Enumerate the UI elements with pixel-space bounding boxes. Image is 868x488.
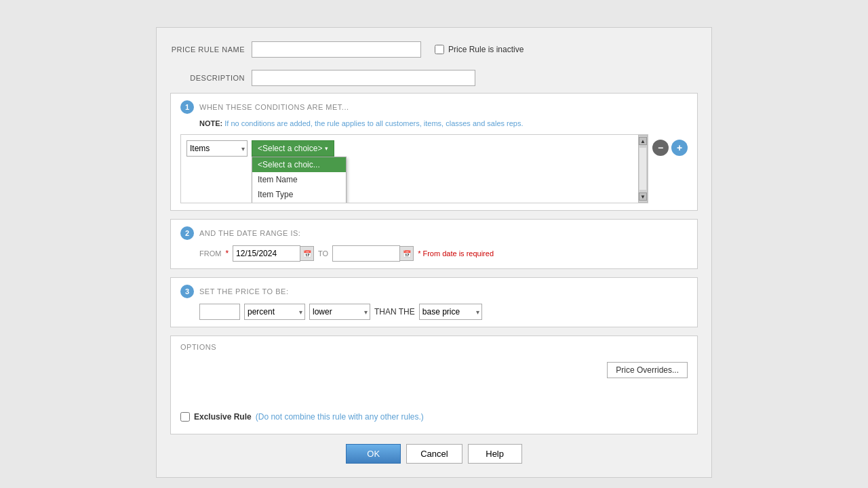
section1: 1 WHEN THESE CONDITIONS ARE MET... NOTE:… [170,93,698,211]
conditions-content: Items Customers Classes Sales Reps <Sele… [181,135,638,203]
dropdown-item-0[interactable]: <Select a choic... [252,157,346,172]
to-label: TO [318,249,328,258]
options-inner: Price Overrides... Exclusive Rule (Do no… [180,357,688,427]
section1-note: NOTE: If no conditions are added, the ru… [180,119,688,127]
select-choice-btn[interactable]: <Select a choice> ▾ [252,140,334,157]
note-body: If no conditions are added, the rule app… [224,119,523,127]
price-value-input[interactable] [199,304,240,320]
exclusive-rule-label: Exclusive Rule [194,412,252,422]
items-dropdown-wrap[interactable]: Items Customers Classes Sales Reps [186,140,248,157]
price-rule-name-input[interactable] [252,41,421,58]
base-price-dropdown-wrap[interactable]: base price current price [419,304,482,320]
price-rule-name-label: PRICE RULE NAME [170,45,252,54]
from-date-error: * From date is required [418,249,494,258]
section2: 2 AND THE DATE RANGE IS: FROM * 📅 TO 📅 *… [170,219,698,269]
section3-header: 3 SET THE PRICE TO BE: [180,285,688,298]
help-button[interactable]: Help [468,444,522,464]
exclusive-rule-desc: (Do not combine this rule with any other… [256,412,424,422]
items-dropdown[interactable]: Items Customers Classes Sales Reps [186,140,248,157]
ok-label: OK [367,449,380,459]
section3: 3 SET THE PRICE TO BE: percent amount lo… [170,277,698,327]
section1-header: 1 WHEN THESE CONDITIONS ARE MET... [180,100,688,114]
scroll-thumb [639,148,646,190]
scroll-up-arrow[interactable]: ▲ [639,137,647,145]
percent-dropdown-wrap[interactable]: percent amount [244,304,305,320]
section1-title: WHEN THESE CONDITIONS ARE MET... [199,103,349,111]
dropdown-item-2[interactable]: Item Type [252,187,346,202]
to-calendar-icon[interactable]: 📅 [400,246,414,261]
step1-circle: 1 [180,100,194,114]
button-row: OK Cancel Help [170,444,698,464]
to-date-wrap: 📅 [332,245,414,262]
cancel-button[interactable]: Cancel [406,444,462,464]
than-the-label: THAN THE [374,307,415,317]
select-choice-wrap: <Select a choice> ▾ <Select a choic... I… [252,140,334,157]
top-fields: PRICE RULE NAME Price Rule is inactive D… [170,41,698,93]
add-condition-button[interactable]: + [671,140,688,156]
lower-dropdown-wrap[interactable]: lower higher [309,304,370,320]
to-date-input[interactable] [332,245,400,262]
note-label: NOTE: [199,119,222,127]
scrollbar[interactable]: ▲ ▼ [638,135,648,203]
section3-title: SET THE PRICE TO BE: [199,287,288,296]
conditions-scroll-area: Items Customers Classes Sales Reps <Sele… [180,134,648,203]
lower-dropdown[interactable]: lower higher [309,304,370,320]
from-calendar-icon[interactable]: 📅 [300,246,314,261]
section2-title: AND THE DATE RANGE IS: [199,229,300,237]
select-choice-label: <Select a choice> [258,144,322,153]
dropdown-item-1[interactable]: Item Name [252,172,346,187]
step3-circle: 3 [180,285,194,298]
options-title: OPTIONS [180,343,688,351]
exclusive-rule-checkbox[interactable] [180,412,190,422]
price-overrides-button[interactable]: Price Overrides... [607,362,688,378]
from-label: FROM [199,249,221,258]
price-rule-name-row: PRICE RULE NAME Price Rule is inactive [170,41,698,58]
condition-fields: Items Customers Classes Sales Reps <Sele… [181,135,638,162]
percent-dropdown[interactable]: percent amount [244,304,305,320]
inactive-label: Price Rule is inactive [448,45,524,54]
select-choice-dropdown: <Select a choic... Item Name Item Type P… [252,157,347,203]
description-row: DESCRIPTION [170,70,698,86]
ok-button[interactable]: OK [346,444,401,464]
page-container: PRICE RULE NAME Price Rule is inactive D… [0,0,868,488]
step2-circle: 2 [180,226,194,240]
from-date-input[interactable] [233,245,300,262]
options-section: OPTIONS Price Overrides... Exclusive Rul… [170,336,698,434]
dialog: PRICE RULE NAME Price Rule is inactive D… [156,27,712,478]
date-row: FROM * 📅 TO 📅 * From date is required [180,245,688,262]
conditions-row: Items Customers Classes Sales Reps <Sele… [180,134,688,203]
section2-header: 2 AND THE DATE RANGE IS: [180,226,688,240]
price-overrides-label: Price Overrides... [616,365,679,375]
from-date-wrap: 📅 [233,245,314,262]
description-input[interactable] [252,70,475,86]
remove-condition-button[interactable]: − [652,140,669,156]
dropdown-arrow-icon: ▾ [325,145,328,152]
description-label: DESCRIPTION [170,74,252,82]
from-required-star: * [225,249,229,258]
base-price-dropdown[interactable]: base price current price [419,304,482,320]
scroll-down-arrow[interactable]: ▼ [639,192,647,201]
cancel-label: Cancel [420,449,448,459]
inactive-row: Price Rule is inactive [435,45,524,54]
inactive-checkbox[interactable] [435,45,444,54]
price-row: percent amount lower higher THAN THE bas… [180,304,688,320]
dropdown-item-3[interactable]: Preferred Vendor [252,202,346,203]
help-label: Help [486,449,504,459]
exclusive-row: Exclusive Rule (Do not combine this rule… [180,392,688,422]
side-buttons: − + [652,134,688,156]
